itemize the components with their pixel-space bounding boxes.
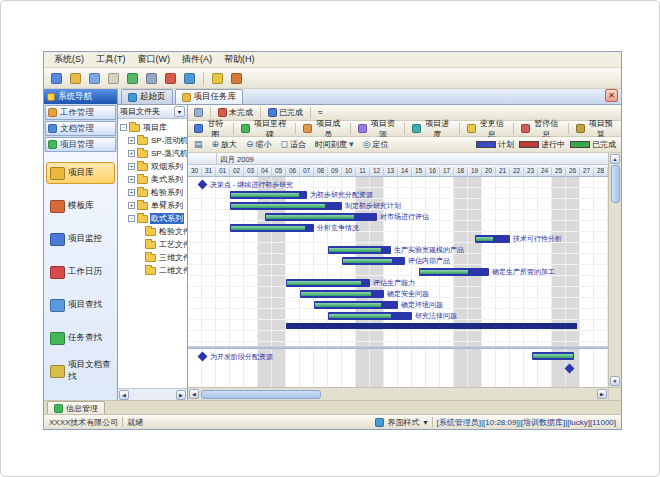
tree-node-shuangyan-series[interactable]: + 双烟系列: [118, 160, 187, 173]
scroll-up-button[interactable]: ▲: [610, 154, 620, 164]
tree-expander-icon[interactable]: -: [120, 124, 127, 131]
time-scale-button[interactable]: 时间刻度▾: [311, 138, 358, 152]
tree-expander-icon[interactable]: -: [128, 215, 135, 222]
folder-icon: [137, 189, 148, 197]
fit-button[interactable]: ◻适合: [277, 138, 310, 152]
tree-horizontal-scrollbar[interactable]: ◀ ▶: [118, 388, 187, 400]
chart-icon[interactable]: [124, 70, 141, 86]
gantt-view-button[interactable]: 甘特图: [190, 122, 230, 136]
tree-node-danbei-series[interactable]: + 单臂系列: [118, 199, 187, 212]
scroll-down-button[interactable]: ▼: [610, 376, 620, 386]
tree-node-sp-series-2[interactable]: + SP-蒸汽机系: [118, 147, 187, 160]
tree-expander-icon[interactable]: +: [128, 176, 135, 183]
locate-button[interactable]: ◎定位: [359, 138, 393, 152]
grid-toggle-button[interactable]: ▤: [190, 138, 207, 152]
menu-item[interactable]: 工具(T): [90, 52, 132, 67]
scroll-left-button[interactable]: ◀: [189, 389, 199, 399]
scroll-right-button[interactable]: ▶: [597, 389, 607, 399]
lock-icon[interactable]: [209, 70, 226, 86]
gantt-milestone[interactable]: [198, 352, 208, 362]
day-cell: 23: [524, 167, 538, 176]
tree-node-jianyan-file[interactable]: 检验文件: [118, 225, 187, 238]
zoom-in-button[interactable]: ⊕放大: [208, 138, 242, 152]
gantt-bar[interactable]: [286, 323, 577, 329]
menu-item[interactable]: 系统(S): [48, 52, 90, 67]
gantt-bar[interactable]: [419, 268, 489, 276]
gantt-milestone[interactable]: [565, 364, 575, 374]
horizontal-scroll-thumb[interactable]: [201, 390, 321, 399]
member-view-button[interactable]: 项目成员: [299, 122, 347, 136]
zoom-out-button[interactable]: ⊖缩小: [242, 138, 276, 152]
sidebar-item-work-calendar[interactable]: 工作日历: [46, 261, 115, 283]
mail-icon[interactable]: [105, 70, 122, 86]
tree-node-meishi-series[interactable]: + 美式系列: [118, 173, 187, 186]
tree-expander-icon[interactable]: +: [128, 202, 135, 209]
close-tab-button[interactable]: ✕: [605, 89, 618, 102]
window-icon[interactable]: [86, 70, 103, 86]
dropdown-arrow-icon[interactable]: ▾: [424, 418, 428, 427]
tree-node-sp-series-1[interactable]: + SP-混动机系: [118, 134, 187, 147]
tree-expander-icon[interactable]: +: [128, 189, 135, 196]
gantt-bar[interactable]: [342, 257, 405, 265]
menu-item[interactable]: 帮助(H): [218, 52, 261, 67]
gantt-bar[interactable]: [328, 312, 412, 320]
tree-node-sanwei-file[interactable]: 三维文件: [118, 251, 187, 264]
gantt-bar[interactable]: [286, 279, 370, 287]
tab-project-task-library[interactable]: 项目任务库: [175, 89, 244, 104]
sidebar-item-project-search[interactable]: 项目查找: [46, 294, 115, 316]
sidebar-item-project-monitor[interactable]: 项目监控: [46, 228, 115, 250]
sidebar-item-template-library[interactable]: 模板库: [46, 195, 115, 217]
menu-item[interactable]: 窗口(W): [132, 52, 177, 67]
legend-swatch: [519, 141, 539, 148]
gantt-bar[interactable]: [328, 246, 391, 254]
tree-node-project-library-root[interactable]: - 项目库: [118, 121, 187, 134]
vertical-scrollbar[interactable]: ▲ ▼: [608, 153, 621, 387]
gantt-bar[interactable]: [230, 191, 307, 199]
scroll-right-button[interactable]: ▶: [176, 390, 186, 400]
menu-item[interactable]: 插件(A): [176, 52, 218, 67]
gantt-bar[interactable]: [230, 224, 314, 232]
gantt-bar[interactable]: [230, 202, 342, 210]
scroll-left-button[interactable]: ◀: [119, 390, 129, 400]
save-icon[interactable]: [67, 70, 84, 86]
exit-icon[interactable]: [228, 70, 245, 86]
sidebar-item-task-search[interactable]: 任务查找: [46, 327, 115, 349]
folder-icon: [145, 267, 156, 275]
calendar-icon[interactable]: [162, 70, 179, 86]
sidebar-item-project-doc-search[interactable]: 项目文档查找: [46, 360, 115, 382]
change-info-view-button[interactable]: 变更信息: [463, 122, 511, 136]
gantt-milestone[interactable]: [198, 180, 208, 190]
tree-node-jianyan-series[interactable]: + 检验系列: [118, 186, 187, 199]
tree-options-button[interactable]: ▾: [174, 106, 185, 117]
sidebar-section-document-management[interactable]: 文档管理: [45, 121, 116, 136]
toolbar-separator: [513, 123, 514, 134]
day-cell: 03: [244, 167, 258, 176]
horizontal-scrollbar[interactable]: ◀ ▶: [188, 388, 608, 400]
milestone-view-button[interactable]: 项目里程碑: [237, 122, 292, 136]
tree-node-erwei-file[interactable]: 二维文件: [118, 264, 187, 277]
ui-style-label[interactable]: 界面样式: [388, 417, 420, 428]
tree-expander-icon[interactable]: +: [128, 150, 135, 157]
grid-icon[interactable]: [143, 70, 160, 86]
sidebar-section-work-management[interactable]: 工作管理: [45, 105, 116, 120]
sidebar-item-project-library[interactable]: 项目库: [46, 162, 115, 184]
resource-view-button[interactable]: 项目资源: [354, 122, 402, 136]
tree-node-gongyi-file[interactable]: 工艺文件: [118, 238, 187, 251]
tab-start-page[interactable]: 起始页: [121, 89, 173, 104]
progress-view-button[interactable]: 项目进度: [408, 122, 456, 136]
tree-expander-icon[interactable]: +: [128, 137, 135, 144]
pause-info-view-button[interactable]: 暂停信息: [517, 122, 565, 136]
tree-expander-icon[interactable]: +: [128, 163, 135, 170]
new-icon[interactable]: [48, 70, 65, 86]
gantt-bar[interactable]: [475, 235, 510, 243]
sidebar-section-project-management[interactable]: 项目管理: [45, 137, 116, 152]
gantt-bar[interactable]: [532, 352, 574, 360]
gantt-bar[interactable]: [300, 290, 384, 298]
tree-node-oushi-series[interactable]: - 欧式系列: [118, 212, 187, 225]
gantt-bar[interactable]: [265, 213, 377, 221]
tab-info-management[interactable]: 信息管理: [47, 401, 105, 414]
budget-view-button[interactable]: 项目预算: [572, 122, 620, 136]
gantt-bar[interactable]: [314, 301, 398, 309]
vertical-scroll-thumb[interactable]: [611, 165, 620, 203]
search-icon[interactable]: [181, 70, 198, 86]
